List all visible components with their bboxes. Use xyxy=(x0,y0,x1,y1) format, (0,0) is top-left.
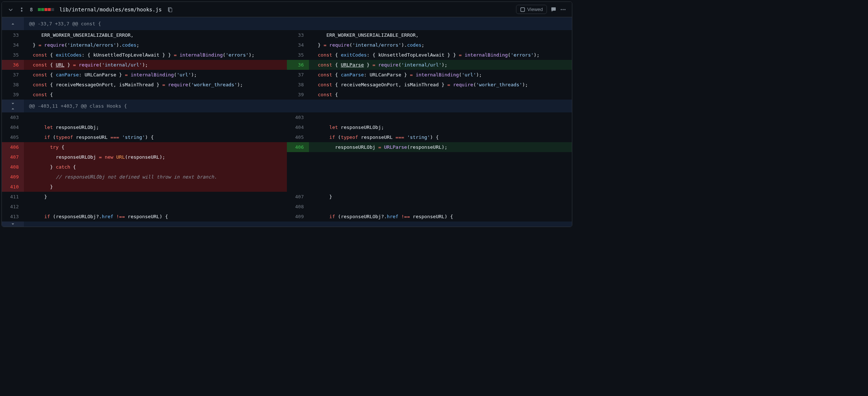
code[interactable] xyxy=(309,202,572,212)
line-number[interactable]: 36 xyxy=(287,60,309,70)
diff-side-left: 412 xyxy=(2,202,287,212)
code[interactable]: const { URL } = require('internal/url'); xyxy=(24,60,287,70)
line-number[interactable]: 405 xyxy=(2,132,24,142)
diff-side-left: 409 // responseURLObj not defined will t… xyxy=(2,172,287,182)
line-number[interactable]: 404 xyxy=(2,122,24,132)
diff-stat-squares xyxy=(38,8,54,11)
code[interactable]: if (typeof responseURL === 'string') { xyxy=(309,132,572,142)
line-number[interactable]: 404 xyxy=(287,122,309,132)
line-number[interactable]: 412 xyxy=(2,202,24,212)
line-number[interactable]: 403 xyxy=(2,112,24,122)
code[interactable]: responseURLObj = URLParse(responseURL); xyxy=(309,142,572,152)
line-number[interactable]: 37 xyxy=(2,70,24,80)
code[interactable] xyxy=(24,202,287,212)
diff-side-left: 33 ERR_WORKER_UNSERIALIZABLE_ERROR, xyxy=(2,30,287,40)
code[interactable]: ERR_WORKER_UNSERIALIZABLE_ERROR, xyxy=(309,30,572,40)
diff-line: 411 } 407 } xyxy=(2,192,572,202)
code[interactable]: } xyxy=(24,182,287,192)
chevron-down-icon[interactable] xyxy=(8,7,14,12)
code[interactable]: if (responseURLObj?.href !== responseURL… xyxy=(309,212,572,222)
line-number[interactable]: 407 xyxy=(287,192,309,202)
code[interactable]: const { URLParse } = require('internal/u… xyxy=(309,60,572,70)
code[interactable]: if (responseURLObj?.href !== responseURL… xyxy=(24,212,287,222)
line-number[interactable]: 406 xyxy=(2,142,24,152)
diff-square xyxy=(41,8,44,11)
line-number[interactable]: 406 xyxy=(287,142,309,152)
line-number[interactable]: 39 xyxy=(2,90,24,100)
code[interactable]: const { exitCodes: { kUnsettledTopLevelA… xyxy=(309,50,572,60)
diff-side-left: 406 try { xyxy=(2,142,287,152)
svg-point-3 xyxy=(565,9,566,10)
diff-square xyxy=(38,8,41,11)
line-number[interactable]: 413 xyxy=(2,212,24,222)
hunk-header-text xyxy=(24,222,572,227)
line-number[interactable]: 409 xyxy=(2,172,24,182)
line-number[interactable]: 33 xyxy=(287,30,309,40)
line-number[interactable]: 34 xyxy=(287,40,309,50)
code[interactable]: let responseURLObj; xyxy=(24,122,287,132)
expand-all-icon[interactable] xyxy=(19,7,25,12)
line-number[interactable]: 38 xyxy=(287,80,309,90)
file-header: 8 lib/internal/modules/esm/hooks.js View… xyxy=(2,2,572,17)
expand-up-icon[interactable] xyxy=(10,106,15,111)
code[interactable]: if (typeof responseURL === 'string') { xyxy=(24,132,287,142)
line-number[interactable]: 411 xyxy=(2,192,24,202)
line-number[interactable]: 38 xyxy=(2,80,24,90)
code[interactable]: const { xyxy=(309,90,572,100)
line-number[interactable]: 409 xyxy=(287,212,309,222)
diff-side-right: 34 } = require('internal/errors').codes; xyxy=(287,40,572,50)
diff-line: 37 const { canParse: URLCanParse } = int… xyxy=(2,70,572,80)
line-number[interactable]: 36 xyxy=(2,60,24,70)
code[interactable]: const { canParse: URLCanParse } = intern… xyxy=(309,70,572,80)
line-number[interactable]: 34 xyxy=(2,40,24,50)
diff-side-right: 406 responseURLObj = URLParse(responseUR… xyxy=(287,142,572,152)
line-number[interactable]: 410 xyxy=(2,182,24,192)
file-path[interactable]: lib/internal/modules/esm/hooks.js xyxy=(59,7,161,12)
code[interactable]: ERR_WORKER_UNSERIALIZABLE_ERROR, xyxy=(24,30,287,40)
code[interactable]: // responseURLObj not defined will throw… xyxy=(24,172,287,182)
line-number[interactable]: 408 xyxy=(287,202,309,212)
code[interactable]: const { receiveMessageOnPort, isMainThre… xyxy=(309,80,572,90)
line-number[interactable]: 39 xyxy=(287,90,309,100)
code[interactable]: const { exitCodes: { kUnsettledTopLevelA… xyxy=(24,50,287,60)
code[interactable]: } xyxy=(24,192,287,202)
copy-path-icon[interactable] xyxy=(167,7,173,12)
code[interactable] xyxy=(24,112,287,122)
code[interactable]: } = require('internal/errors').codes; xyxy=(24,40,287,50)
expand-down-icon[interactable] xyxy=(10,101,15,106)
diff-side-right-empty xyxy=(287,182,572,192)
line-number[interactable]: 35 xyxy=(2,50,24,60)
code[interactable]: const { receiveMessageOnPort, isMainThre… xyxy=(24,80,287,90)
diff-side-left: 35 const { exitCodes: { kUnsettledTopLev… xyxy=(2,50,287,60)
diff-side-right: 37 const { canParse: URLCanParse } = int… xyxy=(287,70,572,80)
diff-side-right-empty xyxy=(287,152,572,162)
code[interactable]: const { canParse: URLCanParse } = intern… xyxy=(24,70,287,80)
line-number[interactable]: 407 xyxy=(2,152,24,162)
diff-file-container: 8 lib/internal/modules/esm/hooks.js View… xyxy=(1,1,572,227)
code[interactable]: } catch { xyxy=(24,162,287,172)
code[interactable]: } xyxy=(309,192,572,202)
code[interactable] xyxy=(309,112,572,122)
svg-rect-0 xyxy=(520,7,524,11)
code[interactable]: let responseURLObj; xyxy=(309,122,572,132)
code[interactable]: const { xyxy=(24,90,287,100)
line-number[interactable]: 408 xyxy=(2,162,24,172)
expand-hunk-button[interactable] xyxy=(2,222,24,227)
diff-line: 413 if (responseURLObj?.href !== respons… xyxy=(2,212,572,222)
comment-icon[interactable] xyxy=(551,7,556,12)
expand-hunk-button[interactable] xyxy=(2,17,24,30)
code[interactable]: responseURLObj = new URL(responseURL); xyxy=(24,152,287,162)
line-number[interactable]: 35 xyxy=(287,50,309,60)
kebab-menu-icon[interactable] xyxy=(560,7,566,12)
line-number[interactable]: 405 xyxy=(287,132,309,142)
line-number[interactable]: 33 xyxy=(2,30,24,40)
line-number[interactable]: 403 xyxy=(287,112,309,122)
diff-side-right: 33 ERR_WORKER_UNSERIALIZABLE_ERROR, xyxy=(287,30,572,40)
expand-up-icon[interactable] xyxy=(10,21,15,26)
code[interactable]: try { xyxy=(24,142,287,152)
viewed-toggle[interactable]: Viewed xyxy=(516,5,547,14)
expand-hunk-button[interactable] xyxy=(2,100,24,112)
code[interactable]: } = require('internal/errors').codes; xyxy=(309,40,572,50)
line-number[interactable]: 37 xyxy=(287,70,309,80)
expand-down-icon[interactable] xyxy=(10,222,15,227)
